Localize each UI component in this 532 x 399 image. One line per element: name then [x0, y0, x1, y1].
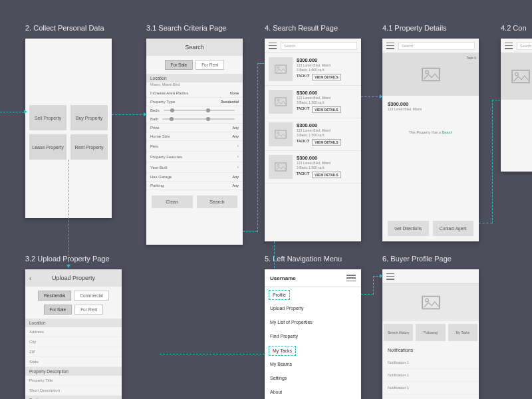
sell-property-button[interactable]: Sell Property	[29, 105, 66, 130]
criteria-year-built[interactable]: Year Built›	[146, 162, 243, 173]
beds-slider[interactable]	[164, 110, 235, 111]
nav-item-about[interactable]: About	[265, 385, 361, 399]
view-details-button[interactable]: VIEW DETAILS	[312, 172, 340, 178]
tab-for-rent[interactable]: For Rent	[196, 60, 224, 70]
field-property-title[interactable]: Property Title	[25, 376, 122, 386]
result-thumbnail	[269, 155, 293, 179]
svg-point-9	[425, 70, 428, 74]
tab-for-sale[interactable]: For Sale	[44, 305, 72, 315]
search-button[interactable]: Search	[197, 196, 238, 208]
search-result-row[interactable]: $300.000 123 Lorem Blvd, Miami 3 Beds, 1…	[265, 53, 361, 86]
view-details-button[interactable]: VIEW DETAILS	[312, 106, 340, 113]
result-price: $300.000	[297, 90, 357, 96]
notification-row[interactable]: Notification 1	[382, 382, 479, 394]
screen-search-criteria: Search For Sale For Rent Location Miami,…	[146, 39, 243, 245]
clean-button[interactable]: Clean	[152, 196, 193, 208]
svg-point-1	[277, 66, 279, 68]
criteria-price[interactable]: PriceAny	[146, 124, 243, 132]
property-hero-image: Tack It	[382, 53, 479, 96]
flow-connector	[257, 63, 264, 64]
flow-connector	[0, 112, 24, 112]
criteria-beds[interactable]: Beds	[146, 106, 243, 115]
tab-for-sale[interactable]: For Sale	[165, 60, 194, 70]
screen-title-32: 3.2 Upload Property Page	[25, 255, 110, 263]
notification-row[interactable]: Notification 1	[382, 356, 479, 369]
search-input[interactable]: Search	[281, 42, 357, 50]
contact-agent-button[interactable]: Contact Agent	[433, 221, 474, 236]
search-result-row[interactable]: $300.000 123 Lorem Blvd, Miami 3 Beds, 1…	[265, 151, 361, 184]
criteria-bath[interactable]: Bath	[146, 115, 243, 124]
criteria-radius[interactable]: Increase Area RadiusNone	[146, 89, 243, 98]
result-meta: 3 Beds, 1.500 sq ft	[297, 166, 357, 170]
criteria-garage[interactable]: Has GarageAny	[146, 173, 243, 182]
criteria-property-type[interactable]: Property TypeResidential	[146, 98, 243, 106]
screen-search-results: Search $300.000 123 Lorem Blvd, Miami 3 …	[265, 39, 361, 241]
tack-it-link[interactable]: Tack It	[467, 56, 476, 60]
hamburger-icon[interactable]	[505, 43, 513, 49]
rent-property-button[interactable]: Rent Property	[70, 134, 108, 160]
nav-item-my-tacks[interactable]: My Tacks	[269, 346, 296, 356]
field-zip[interactable]: ZIP	[25, 347, 122, 357]
image-placeholder-icon	[422, 67, 440, 82]
tab-my-tacks[interactable]: My Tacks	[448, 324, 477, 341]
tab-search-history[interactable]: Search History	[384, 324, 413, 341]
search-result-row[interactable]: $300.000 123 Lorem Blvd, Miami 3 Beds, 1…	[265, 86, 361, 118]
tack-it-button[interactable]: TACK IT	[297, 106, 309, 113]
search-input[interactable]: Search	[398, 42, 475, 50]
svg-rect-0	[275, 65, 287, 73]
flow-connector	[492, 100, 500, 100]
field-city[interactable]: City	[25, 337, 122, 347]
notification-row[interactable]: Notification 1	[382, 369, 479, 382]
svg-rect-10	[512, 70, 529, 83]
tack-it-button[interactable]: TACK IT	[297, 139, 309, 146]
field-short-description[interactable]: Short Description	[25, 386, 122, 396]
screen-title-42: 4.2 Con	[501, 24, 527, 32]
flow-connector	[160, 354, 265, 354]
bath-slider[interactable]	[162, 118, 235, 120]
field-address[interactable]: Address	[25, 327, 122, 337]
nav-item-upload-property[interactable]: Upload Property	[265, 301, 361, 315]
nav-item-my-beams[interactable]: My Beams	[265, 357, 361, 371]
back-icon[interactable]: ‹	[29, 275, 31, 282]
tack-it-button[interactable]: TACK IT	[297, 74, 309, 80]
field-state[interactable]: State	[25, 357, 122, 367]
search-result-row[interactable]: $300.000 123 Lorem Blvd, Miami 3 Beds, 1…	[265, 118, 361, 151]
nav-item-profile[interactable]: Profile	[269, 290, 290, 300]
get-directions-button[interactable]: Get Directions	[388, 221, 429, 236]
tab-for-rent[interactable]: For Rent	[74, 305, 103, 315]
svg-point-5	[277, 132, 279, 134]
detail-price: $300.000	[388, 101, 473, 107]
lease-property-button[interactable]: Lease Property	[29, 134, 66, 160]
tab-residential[interactable]: Residential	[38, 291, 71, 301]
search-input[interactable]: Search	[517, 42, 532, 50]
flow-arrow-icon	[380, 274, 383, 278]
screen-title-6: 6. Buyer Profile Page	[382, 255, 452, 263]
criteria-features[interactable]: Property Features›	[146, 152, 243, 162]
hamburger-icon[interactable]	[386, 273, 394, 280]
chevron-right-icon: ›	[237, 154, 239, 160]
screen-buyer-profile: Search History Following My Tacks Notifi…	[382, 269, 479, 399]
nav-item-find-property[interactable]: Find Property	[265, 329, 361, 343]
image-placeholder-icon	[422, 295, 440, 310]
upload-header: ‹ Upload Property	[25, 269, 122, 287]
criteria-home-size[interactable]: Home SizeAny	[146, 132, 243, 141]
criteria-parking[interactable]: ParkingAny	[146, 182, 243, 190]
svg-point-13	[425, 299, 428, 302]
view-details-button[interactable]: VIEW DETAILS	[312, 74, 340, 80]
hamburger-icon[interactable]	[386, 43, 394, 49]
criteria-pets[interactable]: Pets›	[146, 141, 243, 152]
upload-section-location: Location	[25, 319, 122, 327]
screen-42-partial: Search	[501, 39, 532, 172]
buy-property-button[interactable]: Buy Property	[70, 105, 108, 130]
tack-it-button[interactable]: TACK IT	[297, 172, 309, 178]
flow-connector	[373, 276, 374, 295]
view-details-button[interactable]: VIEW DETAILS	[312, 139, 340, 146]
hamburger-icon[interactable]	[269, 43, 277, 49]
hero-image	[501, 53, 532, 100]
flow-connector	[492, 100, 493, 223]
tab-commercial[interactable]: Commercial	[74, 291, 109, 301]
tab-following[interactable]: Following	[416, 324, 445, 341]
nav-item-settings[interactable]: Settings	[265, 371, 361, 385]
hamburger-icon[interactable]	[346, 275, 356, 281]
nav-item-my-list[interactable]: My List of Properties	[265, 315, 361, 329]
